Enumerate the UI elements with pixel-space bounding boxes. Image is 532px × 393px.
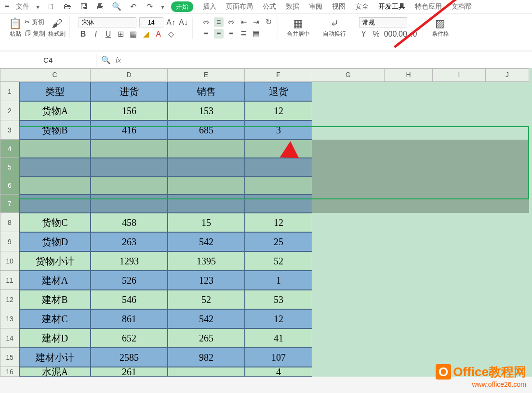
indent-right-icon[interactable]: ⇥ [252,17,261,27]
cell[interactable] [433,309,486,328]
cell[interactable] [433,232,486,251]
cell-style-icon[interactable]: ▦ [129,29,138,39]
cell[interactable]: 1293 [91,251,168,271]
cell[interactable] [385,348,433,367]
tab-data[interactable]: 数据 [286,2,299,11]
decrease-decimal-icon[interactable]: .0 [409,29,419,39]
fill-color-icon[interactable]: ◢ [141,29,151,39]
cell[interactable] [486,176,529,195]
cell[interactable]: 3 [245,120,312,140]
cell[interactable] [385,158,433,176]
cell[interactable] [312,251,385,271]
indent-left-icon[interactable]: ⇤ [239,17,249,27]
cell[interactable] [168,158,245,176]
tab-pagelayout[interactable]: 页面布局 [226,2,253,11]
row-header-13[interactable]: 13 [0,309,19,328]
tab-security[interactable]: 安全 [355,2,369,11]
cell[interactable]: 261 [91,367,168,377]
cell[interactable]: 15 [168,213,245,232]
cell[interactable]: 153 [168,101,245,120]
hamburger-icon[interactable]: ≡ [5,2,9,11]
align-bottom-icon[interactable]: ⬄ [226,17,236,27]
cell[interactable] [486,251,529,271]
cell[interactable] [19,195,91,213]
cell[interactable] [433,120,486,140]
increase-decimal-icon[interactable]: .00 [397,29,406,39]
tab-formula[interactable]: 公式 [263,2,276,11]
orientation-icon[interactable]: ↻ [264,17,274,27]
cell[interactable] [433,271,486,290]
cell[interactable]: 销售 [168,82,245,101]
cell[interactable] [433,140,486,158]
align-center-icon[interactable]: ≡ [214,29,224,39]
tab-devtools[interactable]: 开发工具 [378,2,405,11]
menu-dropdown-icon[interactable]: ▾ [161,3,164,11]
cell[interactable] [385,101,433,120]
cell[interactable] [245,176,312,195]
cell[interactable]: 12 [245,213,312,232]
tab-review[interactable]: 审阅 [309,2,322,11]
col-header-F[interactable]: F [245,68,312,82]
auto-wrap-button[interactable]: ⤶ 自动换行 [323,17,346,38]
cell[interactable]: 416 [91,120,168,140]
tab-start[interactable]: 开始 [171,1,193,12]
cell[interactable] [168,176,245,195]
font-name-select[interactable] [79,17,136,27]
align-right-icon[interactable]: ≡ [226,29,236,39]
cell[interactable] [486,213,529,232]
cell[interactable] [385,367,433,377]
cell[interactable] [312,290,385,309]
cell[interactable] [486,232,529,251]
cell[interactable] [91,195,168,213]
justify-icon[interactable]: ≣ [239,29,249,39]
cell[interactable]: 1395 [168,251,245,271]
cell[interactable] [312,328,385,348]
cell[interactable] [486,195,529,213]
cell[interactable] [312,101,385,120]
cell[interactable] [385,251,433,271]
align-middle-icon[interactable]: ≡ [214,17,224,27]
cell[interactable] [245,140,312,158]
cell[interactable] [168,195,245,213]
save-icon[interactable]: 🖫 [79,2,89,12]
cell[interactable] [312,140,385,158]
cell[interactable]: 12 [245,101,312,120]
cell[interactable] [245,158,312,176]
number-format-select[interactable] [359,17,407,27]
cell[interactable] [19,140,91,158]
cell[interactable]: 652 [91,328,168,348]
cell[interactable]: 107 [245,348,312,367]
cell[interactable]: 526 [91,271,168,290]
fx-icon[interactable]: fx [116,56,121,64]
border-icon[interactable]: ⊞ [116,29,126,39]
cell[interactable]: 12 [245,309,312,328]
cell[interactable] [385,176,433,195]
cell[interactable] [312,309,385,328]
cell[interactable] [385,213,433,232]
cell[interactable] [312,120,385,140]
cell[interactable] [91,140,168,158]
underline-icon[interactable]: U [104,29,113,39]
cell[interactable] [486,120,529,140]
cell[interactable] [486,82,529,101]
tab-insert[interactable]: 插入 [203,2,216,11]
cell[interactable] [486,140,529,158]
increase-font-icon[interactable]: A↑ [166,18,176,27]
cell[interactable]: 265 [168,328,245,348]
cell[interactable]: 123 [168,271,245,290]
cell[interactable]: 542 [168,232,245,251]
cell[interactable]: 156 [91,101,168,120]
cell[interactable] [245,195,312,213]
row-header-6[interactable]: 6 [0,176,19,195]
col-header-J[interactable]: J [486,68,529,82]
row-header-2[interactable]: 2 [0,101,19,120]
cell[interactable]: 4 [245,367,312,377]
merge-icon[interactable]: ▤ [252,29,261,39]
clear-format-icon[interactable]: ◇ [166,29,176,39]
merge-center-button[interactable]: ▦ 合并居中 [287,17,310,38]
cell[interactable]: 263 [91,232,168,251]
cell[interactable]: 546 [91,290,168,309]
cell[interactable] [385,290,433,309]
row-header-8[interactable]: 8 [0,213,19,232]
open-icon[interactable]: 🗁 [63,2,72,12]
